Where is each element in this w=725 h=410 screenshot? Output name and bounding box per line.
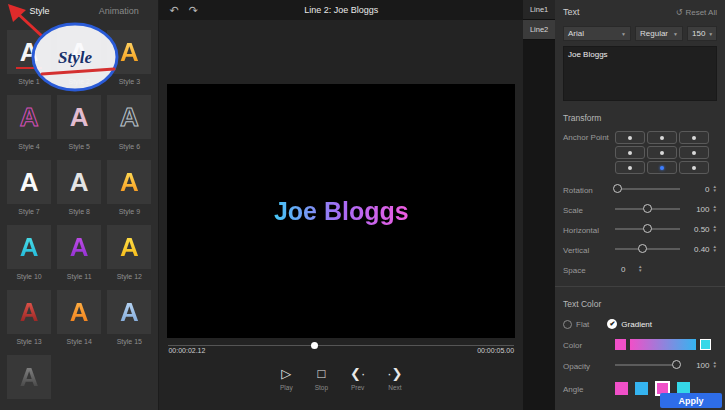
angle-swatch[interactable] (615, 382, 628, 395)
style-tile[interactable]: AStyle 7 (7, 160, 51, 216)
slider-spinner[interactable]: ▲▼ (713, 225, 717, 234)
opacity-value: 100 (688, 361, 710, 370)
style-letter: A (120, 169, 139, 195)
line-item-line2[interactable]: Line2 (523, 20, 555, 40)
style-letter: A (70, 39, 89, 65)
radio-circle-icon (563, 320, 572, 329)
play-button[interactable]: ▷Play (280, 365, 293, 410)
flat-radio[interactable]: Flat (563, 320, 589, 329)
style-tile[interactable]: AStyle 3 (107, 30, 151, 86)
preview-area: Joe Bloggs (159, 20, 523, 338)
stop-button[interactable]: □Stop (315, 365, 328, 410)
slider-knob[interactable] (638, 244, 647, 253)
control-label: Stop (315, 384, 328, 391)
tab-animation[interactable]: Animation (79, 6, 158, 16)
style-tile[interactable]: AStyle 5 (57, 95, 101, 151)
style-letter: A (70, 169, 89, 195)
next-button[interactable]: ·❯Next (387, 365, 402, 410)
undo-icon[interactable]: ↶ (169, 4, 178, 17)
style-letter: A (20, 104, 39, 130)
gradient-radio[interactable]: ✔ Gradient (607, 319, 652, 329)
apply-button[interactable]: Apply (660, 393, 722, 408)
anchor-cell[interactable] (647, 131, 677, 144)
slider-spinner[interactable]: ▲▼ (713, 185, 717, 194)
gradient-end-swatch[interactable] (700, 339, 711, 350)
anchor-cell[interactable] (615, 161, 645, 174)
gradient-label: Gradient (621, 320, 652, 329)
style-letter: A (70, 104, 89, 130)
spinner-down-icon: ▼ (713, 209, 717, 214)
anchor-dot (660, 151, 664, 155)
anchor-dot (628, 136, 632, 140)
anchor-cell[interactable] (679, 131, 709, 144)
style-tile[interactable]: A (7, 355, 51, 402)
redo-icon[interactable]: ↷ (189, 4, 198, 17)
playhead[interactable] (311, 342, 318, 349)
timeline-track[interactable] (168, 345, 514, 346)
slider-track[interactable] (615, 208, 680, 210)
slider-knob[interactable] (643, 224, 652, 233)
slider-knob[interactable] (613, 184, 622, 193)
style-tile[interactable]: AStyle 10 (7, 225, 51, 281)
slider-track[interactable] (615, 248, 680, 250)
slider-track[interactable] (615, 188, 680, 190)
transform-sliders: Rotation0▲▼Scale100▲▼Horizontal0.50▲▼Ver… (563, 184, 717, 254)
style-tile-label: Style 5 (57, 142, 101, 151)
style-letter: A (20, 364, 39, 390)
font-size-select[interactable]: 150 ▼ (687, 26, 717, 41)
anchor-cell[interactable] (615, 131, 645, 144)
anchor-cell[interactable] (679, 161, 709, 174)
style-tile[interactable]: AStyle 14 (57, 290, 101, 346)
slider-knob[interactable] (643, 204, 652, 213)
slider-spinner[interactable]: ▲▼ (713, 205, 717, 214)
canvas-text[interactable]: Joe Bloggs (274, 197, 409, 226)
style-tile-box: A (7, 160, 51, 204)
style-tile-box: A (7, 290, 51, 334)
prev-button[interactable]: ❮·Prev (350, 365, 365, 410)
anchor-cell[interactable] (679, 146, 709, 159)
anchor-cell[interactable] (647, 146, 677, 159)
opacity-label: Opacity (563, 360, 615, 371)
style-tile[interactable]: AStyle 11 (57, 225, 101, 281)
tab-style[interactable]: Style (0, 6, 79, 16)
font-family-select[interactable]: Arial ▼ (563, 26, 631, 41)
style-tile[interactable]: AStyle 6 (107, 95, 151, 151)
reset-all-button[interactable]: ↺ Reset All (676, 8, 717, 17)
style-tile[interactable]: AStyle 15 (107, 290, 151, 346)
style-letter: A (70, 299, 89, 325)
chevron-down-icon: ▼ (708, 31, 713, 37)
slider-label: Vertical (563, 244, 615, 255)
angle-swatch[interactable] (635, 382, 648, 395)
style-tile-label: Style 3 (107, 77, 151, 86)
check-icon: ✔ (607, 319, 617, 329)
gradient-bar[interactable] (630, 339, 696, 350)
style-tile[interactable]: AStyle 8 (57, 160, 101, 216)
style-tile[interactable]: AStyle 9 (107, 160, 151, 216)
line-item-line1[interactable]: Line1 (523, 0, 555, 20)
space-spinner[interactable]: ▲ ▼ (638, 265, 642, 274)
text-input[interactable]: Joe Bloggs (563, 46, 717, 101)
style-tile-box: A (57, 95, 101, 139)
reset-icon: ↺ (676, 8, 683, 17)
lines-column: Line1Line2 (523, 0, 555, 410)
anchor-cell[interactable] (647, 161, 677, 174)
opacity-knob[interactable] (672, 360, 681, 369)
slider-track[interactable] (615, 228, 680, 230)
style-letter: A (120, 104, 139, 130)
opacity-spinner[interactable]: ▲ ▼ (713, 361, 717, 370)
style-tile[interactable]: AStyle 12 (107, 225, 151, 281)
font-style-select[interactable]: Regular ▼ (635, 26, 683, 41)
anchor-cell[interactable] (615, 146, 645, 159)
style-tile[interactable]: AStyle 13 (7, 290, 51, 346)
space-row: Space 0 ▲ ▼ (563, 264, 717, 274)
preview-title: Line 2: Joe Bloggs (159, 5, 523, 15)
style-tile[interactable]: AStyle 4 (7, 95, 51, 151)
style-tile[interactable]: AStyle 1 (7, 30, 51, 86)
spinner-down-icon: ▼ (638, 269, 642, 274)
gradient-start-swatch[interactable] (615, 339, 626, 350)
style-tile[interactable]: AStyle 2 (57, 30, 101, 86)
slider-spinner[interactable]: ▲▼ (713, 245, 717, 254)
title-editor-window: StyleAnimation AStyle 1AStyle 2AStyle 3A… (0, 0, 725, 410)
style-tile-label: Style 4 (7, 142, 51, 151)
opacity-track[interactable] (615, 364, 680, 366)
